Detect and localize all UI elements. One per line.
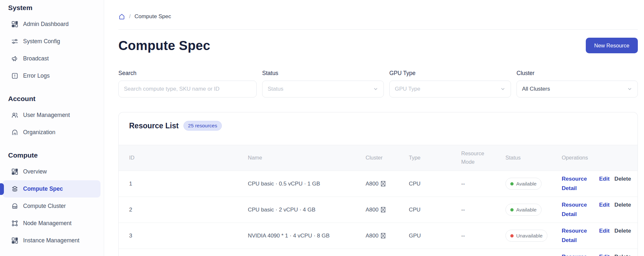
sidebar-item-label: Broadcast [23,55,49,62]
status-dot-icon [510,234,514,237]
cell-status: Unavailable [505,230,562,242]
megaphone-icon [11,55,18,62]
column-header-type: Type [409,154,461,162]
resource-detail-link[interactable]: Resource Detail [562,252,594,256]
status-select[interactable]: Status [262,81,384,97]
column-header-operations: Operations [562,154,637,162]
new-resource-button[interactable]: New Resource [586,38,638,53]
breadcrumb-separator: / [129,14,130,19]
cell-type: CPU [409,207,461,213]
status-select-placeholder: Status [268,86,370,92]
dashboard-icon [11,21,18,28]
column-header-name: Name [248,154,366,162]
column-header-resource-mode: Resource Mode [461,149,505,166]
sidebar-section-title: Account [0,94,104,104]
chevron-down-icon [500,86,505,92]
missing-glyph-icon [381,181,385,186]
sidebar-item-error-logs[interactable]: Error Logs [3,67,101,84]
status-dot-icon [510,208,514,211]
cell-status: Available [505,204,562,216]
edit-link[interactable]: Edit [599,226,610,236]
cell-type: GPU [409,233,461,239]
home-icon[interactable] [118,13,125,20]
cell-cluster: A800 [366,181,409,187]
column-header-status: Status [505,154,562,162]
server-icon [11,203,18,210]
resource-detail-link[interactable]: Resource Detail [562,200,594,219]
search-input[interactable] [124,86,251,92]
status-badge: Unavailable [505,230,547,242]
sliders-icon [11,38,18,45]
chevron-down-icon [627,86,632,92]
cell-name: CPU basic · 0.5 vCPU · 1 GB [248,181,366,187]
users-icon [11,112,18,119]
edit-link[interactable]: Edit [599,200,610,210]
sidebar-section-title: Compute [0,150,104,160]
filters-bar: Search Status Status GPU Type GPU Type [118,70,638,97]
sidebar-item-label: Organization [23,129,55,136]
resource-detail-link[interactable]: Resource Detail [562,174,594,193]
sidebar-item-broadcast[interactable]: Broadcast [3,50,101,67]
cell-operations: Resource Detail Edit Delete [562,174,637,193]
sidebar-item-label: Compute Spec [23,186,63,192]
missing-glyph-icon [381,207,385,212]
sidebar-item-overview[interactable]: Overview [3,163,101,180]
app-root: SystemAdmin DashboardSystem ConfigBroadc… [0,0,644,256]
cell-resource-mode: -- [461,207,505,213]
sidebar-item-system-config[interactable]: System Config [3,33,101,50]
filter-cluster: Cluster All Clusters [517,70,638,97]
sidebar: SystemAdmin DashboardSystem ConfigBroadc… [0,0,104,256]
sidebar-item-label: Overview [23,168,47,175]
cell-id: 2 [129,207,248,213]
cell-resource-mode: -- [461,181,505,187]
sidebar-item-label: Instance Management [23,237,79,244]
sidebar-item-label: User Management [23,112,70,119]
edit-link[interactable]: Edit [599,252,610,256]
edit-link[interactable]: Edit [599,174,610,184]
column-header-id: ID [129,154,248,162]
filter-gpu-type: GPU Type GPU Type [389,70,511,97]
table-row: 1 CPU basic · 0.5 vCPU · 1 GB A800 CPU -… [119,171,637,197]
delete-link[interactable]: Delete [614,174,631,184]
column-header-cluster: Cluster [366,154,409,162]
organization-house-icon [11,129,18,136]
breadcrumb-current: Compute Spec [134,13,171,20]
delete-link[interactable]: Delete [614,252,631,256]
table-header-row: IDNameClusterTypeResource ModeStatusOper… [119,145,637,171]
table-row: Resource Detail Edit Delete [119,249,637,256]
table-row: 3 NVIDIA 4090 * 1 · 4 vCPU · 8 GB A800 G… [119,223,637,249]
cluster-label: Cluster [517,70,638,78]
missing-glyph-icon [381,233,385,238]
filter-search: Search [118,70,257,97]
sidebar-item-label: Node Management [23,220,72,227]
search-label: Search [118,70,257,78]
sidebar-item-compute-spec[interactable]: Compute Spec [3,180,101,198]
layers-icon [11,186,18,192]
sidebar-item-admin-dashboard[interactable]: Admin Dashboard [3,16,101,33]
cell-operations: Resource Detail Edit Delete [562,252,637,256]
sidebar-item-label: Error Logs [23,72,50,79]
sidebar-item-compute-cluster[interactable]: Compute Cluster [3,198,101,215]
gpu-type-select[interactable]: GPU Type [389,81,511,97]
sidebar-item-organization[interactable]: Organization [3,124,101,141]
header-divider [118,29,638,30]
sidebar-item-node-management[interactable]: Node Management [3,215,101,232]
error-icon [11,72,18,79]
status-label: Status [262,70,384,78]
sidebar-item-instance-management[interactable]: Instance Management [3,232,101,249]
resource-count-badge: 25 resources [183,121,222,131]
delete-link[interactable]: Delete [614,226,631,236]
delete-link[interactable]: Delete [614,200,631,210]
filter-status: Status Status [262,70,384,97]
sidebar-item-label: Compute Cluster [23,203,66,210]
active-indicator [0,183,4,195]
cell-cluster: A800 [366,207,409,213]
cell-cluster: A800 [366,233,409,239]
cluster-select[interactable]: All Clusters [517,81,638,97]
cell-operations: Resource Detail Edit Delete [562,226,637,245]
status-dot-icon [510,182,514,186]
breadcrumb: / Compute Spec [118,12,638,21]
page-title: Compute Spec [118,36,210,55]
resource-detail-link[interactable]: Resource Detail [562,226,594,245]
sidebar-item-user-management[interactable]: User Management [3,107,101,124]
